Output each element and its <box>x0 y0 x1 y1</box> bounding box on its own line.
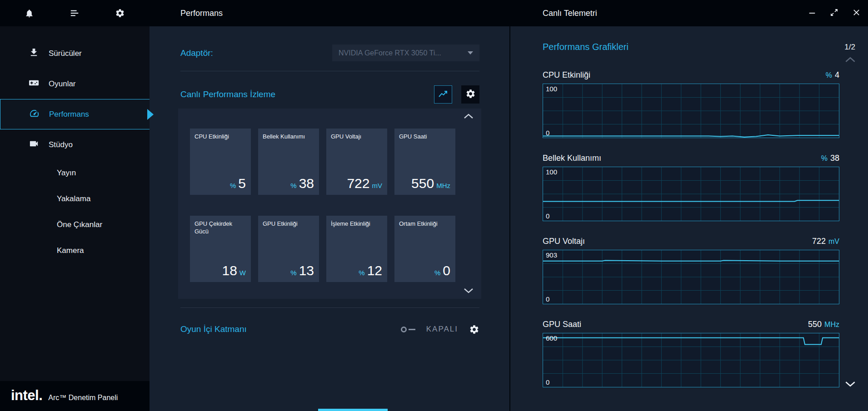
performance-panel-header: Performans <box>150 0 509 26</box>
panel-title: Performans <box>180 9 223 18</box>
gear-icon <box>465 89 476 100</box>
sidebar-item-games[interactable]: Oyunlar <box>0 69 150 99</box>
tile-gpu-activity: GPU Etkinliği %13 <box>258 216 319 282</box>
telemetry-content: Performans Grafikleri 1/2 CPU Etkinliği … <box>510 26 868 411</box>
sidebar: Sürücüler Oyunlar Performans Stüdyo <box>0 0 150 411</box>
tile-memory-usage: Bellek Kullanımı %38 <box>258 129 319 195</box>
sidebar-item-highlights[interactable]: Öne Çıkanlar <box>0 212 150 238</box>
gamepad-icon <box>29 78 39 90</box>
in-game-overlay-row: Oyun İçi Katmanı KAPALI <box>180 319 479 339</box>
chevron-down-icon <box>463 288 474 295</box>
graphs-page-down-button[interactable] <box>843 380 857 390</box>
tile-render-activity: İşleme Etkinliği %12 <box>326 216 387 282</box>
adapter-label: Adaptör: <box>180 48 213 58</box>
monitoring-settings-button[interactable] <box>461 85 479 104</box>
memory-usage-chart-block: Bellek Kullanımı %38 100 0 <box>543 151 839 221</box>
sidebar-item-performance[interactable]: Performans <box>0 99 150 129</box>
telemetry-panel-header: Canlı Telemetri <box>510 0 868 26</box>
videocam-icon <box>29 139 39 151</box>
graphs-page-up-button[interactable] <box>843 55 857 65</box>
tile-gpu-core-power: GPU Çekirdek Gücü 18W <box>190 216 251 282</box>
notifications-button[interactable] <box>25 9 34 18</box>
overlay-settings-button[interactable] <box>469 324 479 335</box>
overlay-state-label: KAPALI <box>426 325 458 334</box>
tiles-scroll-down-button[interactable] <box>462 287 475 296</box>
sidebar-item-drivers[interactable]: Sürücüler <box>0 38 150 69</box>
sidebar-topbar <box>0 0 150 26</box>
chevron-up-icon <box>844 58 856 64</box>
overlay-toggle[interactable] <box>401 327 415 332</box>
panel-title: Canlı Telemetri <box>543 9 597 18</box>
chevron-up-icon <box>463 114 474 121</box>
menu-button[interactable] <box>70 8 80 18</box>
divider <box>180 307 479 308</box>
live-monitoring-header: Canlı Performans İzleme <box>180 84 479 104</box>
app-name: Arc™ Denetim Paneli <box>48 394 118 402</box>
intel-logo: intel. <box>11 387 42 404</box>
gauge-icon <box>29 108 40 121</box>
gpu-clock-graph: 600 0 <box>543 333 839 387</box>
tile-gpu-clock: GPU Saati 550MHz <box>394 129 455 195</box>
gpu-voltage-graph: 903 0 <box>543 250 839 304</box>
adapter-row: Adaptör: NVIDIA GeForce RTX 3050 Ti... <box>180 45 479 61</box>
live-monitoring-title: Canlı Performans İzleme <box>180 89 275 99</box>
sidebar-item-stream[interactable]: Yayın <box>0 160 150 186</box>
download-icon <box>29 47 39 60</box>
gear-icon <box>115 8 125 18</box>
cpu-activity-graph: 100 0 <box>543 84 839 138</box>
active-item-arrow <box>147 109 154 120</box>
telemetry-panel: Canlı Telemetri <box>509 0 868 411</box>
metrics-container: CPU Etkinliği %5 Bellek Kullanımı %38 GP… <box>178 109 481 299</box>
sidebar-item-camera[interactable]: Kamera <box>0 238 150 263</box>
close-button[interactable] <box>851 7 862 19</box>
adapter-value: NVIDIA GeForce RTX 3050 Ti... <box>339 49 441 57</box>
toggle-track-icon <box>409 329 415 330</box>
tile-media-activity: Ortam Etkinliği %0 <box>394 216 455 282</box>
bell-icon <box>25 9 34 18</box>
toggle-knob-icon <box>401 327 407 332</box>
minimize-icon <box>808 11 816 18</box>
arc-control-window: Sürücüler Oyunlar Performans Stüdyo <box>0 0 868 411</box>
metric-tiles-grid: CPU Etkinliği %5 Bellek Kullanımı %38 GP… <box>190 129 455 282</box>
sidebar-item-capture[interactable]: Yakalama <box>0 186 150 212</box>
menu-icon <box>70 8 80 18</box>
gpu-voltage-chart-block: GPU Voltajı 722mV 903 0 <box>543 234 839 304</box>
tiles-scroll-up-button[interactable] <box>462 112 475 122</box>
minimize-button[interactable] <box>807 8 817 19</box>
tile-gpu-voltage: GPU Voltajı 722mV <box>326 129 387 195</box>
adapter-dropdown[interactable]: NVIDIA GeForce RTX 3050 Ti... <box>332 45 479 61</box>
performance-panel: Performans Adaptör: NVIDIA GeForce RTX 3… <box>150 0 509 411</box>
sidebar-nav: Sürücüler Oyunlar Performans Stüdyo <box>0 38 150 263</box>
chevron-down-icon <box>844 382 856 389</box>
resize-button[interactable] <box>829 7 839 19</box>
telemetry-graph-button[interactable] <box>434 85 452 104</box>
tile-cpu-activity: CPU Etkinliği %5 <box>190 129 251 195</box>
gpu-clock-chart-block: GPU Saati 550MHz 600 0 <box>543 317 839 387</box>
horizontal-scrollbar-track <box>150 409 509 411</box>
chevron-down-icon <box>468 51 473 54</box>
horizontal-scrollbar-thumb[interactable] <box>318 409 388 411</box>
sidebar-item-studio[interactable]: Stüdyo <box>0 129 150 160</box>
close-icon <box>852 11 861 18</box>
graphs-section-title: Performans Grafikleri <box>543 41 839 53</box>
cpu-activity-chart-block: CPU Etkinliği %4 100 0 <box>543 68 839 138</box>
window-controls <box>807 7 868 19</box>
resize-icon <box>830 11 838 18</box>
settings-button[interactable] <box>115 8 125 18</box>
gear-icon <box>469 324 479 335</box>
app-brand: intel. Arc™ Denetim Paneli <box>0 381 150 411</box>
divider <box>180 71 479 71</box>
page-indicator: 1/2 <box>844 43 855 52</box>
line-chart-icon <box>438 89 449 101</box>
memory-usage-graph: 100 0 <box>543 167 839 221</box>
overlay-title: Oyun İçi Katmanı <box>180 324 247 334</box>
